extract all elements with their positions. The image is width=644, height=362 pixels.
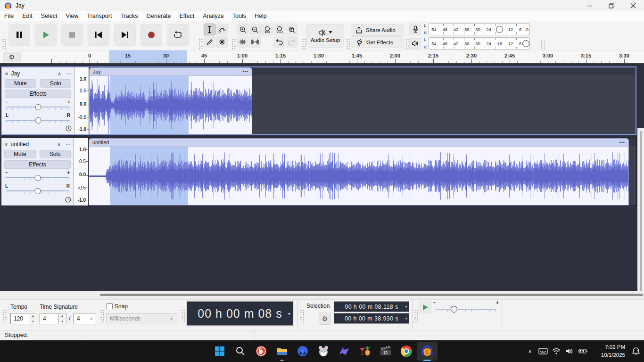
minimize-button[interactable] [579, 0, 601, 11]
battery-icon[interactable] [576, 348, 589, 354]
start-button[interactable] [209, 342, 230, 361]
audio-clip-untitled[interactable]: untitled ••• [89, 138, 629, 206]
tray-chevron-icon[interactable]: ∧ [523, 348, 537, 354]
play-speed-slider[interactable]: − + [433, 300, 499, 314]
taskbar-audacity-button[interactable] [417, 342, 438, 361]
pan-knob[interactable] [34, 188, 41, 194]
wifi-icon[interactable] [550, 348, 563, 354]
timesig-spinner[interactable]: ▲▼ [58, 313, 66, 324]
menu-edit[interactable]: Edit [18, 13, 37, 19]
restore-button[interactable] [601, 0, 622, 11]
volume-icon[interactable] [563, 348, 576, 354]
timesig-upper-value[interactable]: 4 [40, 313, 58, 324]
menu-view[interactable]: View [61, 13, 83, 19]
skip-start-button[interactable] [88, 24, 109, 46]
mute-button[interactable]: Mute [4, 150, 36, 158]
audio-setup-button[interactable]: Audio Setup [306, 24, 344, 48]
stop-button[interactable] [61, 24, 83, 46]
time-display[interactable]: 00 h 00 m 08 s ▾ [187, 301, 293, 326]
pause-button[interactable] [8, 24, 30, 46]
play-speed-knob[interactable] [451, 306, 457, 313]
snapping-grip[interactable] [100, 309, 104, 322]
vertical-scale-ruler[interactable]: 1.0 0.5 0.0 -0.5 -1.0 [74, 67, 89, 134]
close-button[interactable] [622, 0, 644, 11]
pan-slider[interactable]: L R [4, 183, 71, 195]
multi-tool-button[interactable] [216, 36, 228, 48]
track-close-icon[interactable]: × [5, 70, 8, 77]
taskbar-drinks-app-button[interactable] [355, 342, 375, 361]
undo-button[interactable] [273, 36, 285, 48]
track-menu-icon[interactable]: ⋯ [66, 141, 71, 148]
caret-down-icon[interactable]: ▾ [288, 311, 291, 316]
gain-knob[interactable] [35, 104, 41, 110]
taskbar-video-app-button[interactable] [375, 342, 396, 361]
draw-tool-button[interactable] [204, 36, 215, 48]
get-effects-button[interactable]: Get Effects [351, 36, 404, 48]
menu-transport[interactable]: Transport [83, 13, 116, 19]
tempo-spinner[interactable]: ▲▼ [29, 313, 37, 324]
selection-grip[interactable] [300, 309, 304, 322]
timesig-lower-dropdown[interactable]: 4∨ [74, 313, 96, 324]
menu-effect[interactable]: Effect [175, 13, 199, 19]
selection-tool-button[interactable] [204, 24, 215, 35]
silence-audio-button[interactable] [249, 36, 261, 48]
skip-end-button[interactable] [114, 24, 136, 46]
horizontal-scrollbar-thumb[interactable] [100, 294, 643, 296]
menu-tools[interactable]: Tools [228, 13, 250, 19]
track-canvas-area-untitled[interactable]: untitled ••• [89, 138, 636, 206]
menu-generate[interactable]: Generate [142, 13, 175, 19]
caret-down-icon[interactable]: ▾ [405, 304, 407, 309]
record-button[interactable] [140, 24, 162, 46]
track-canvas-area-jay[interactable]: Jay ••• [89, 67, 636, 134]
menu-select[interactable]: Select [37, 13, 62, 19]
caret-down-icon[interactable]: ▾ [405, 316, 407, 321]
taskbar-chrome-button[interactable] [396, 342, 417, 361]
taskbar-bird-app-button[interactable] [334, 342, 355, 361]
zoom-toggle-button[interactable] [286, 24, 297, 35]
recording-meter[interactable]: LR -54-48-42-36-30-24-18-12-60 [409, 23, 530, 36]
zoom-out-button[interactable] [249, 24, 261, 35]
notification-bell-icon[interactable] [628, 347, 644, 355]
snap-unit-dropdown[interactable]: Milliseconds∨ [107, 313, 176, 324]
taskbar-search-button[interactable] [230, 342, 251, 361]
sync-clock-icon[interactable] [65, 197, 71, 204]
taskbar-explorer-button[interactable] [272, 342, 292, 361]
time-grip[interactable] [181, 309, 185, 322]
track-control-panel-jay[interactable]: × Jay ∧ ⋯ Mute Solo Effects − + [2, 67, 74, 134]
track-close-icon[interactable]: × [4, 141, 8, 148]
track-row-jay[interactable]: × Jay ∧ ⋯ Mute Solo Effects − + [1, 66, 636, 135]
gain-slider[interactable]: − + [4, 170, 71, 182]
track-row-untitled[interactable]: × untitled ∧ ⋯ Mute Solo Effects − + [1, 138, 636, 206]
clip-menu-icon[interactable]: ••• [619, 140, 625, 145]
tray-clock[interactable]: 7:02 PM 10/1/2025 [592, 343, 625, 359]
tempo-value[interactable]: 120 [10, 313, 29, 324]
taskbar-nordvpn-button[interactable] [292, 342, 313, 361]
pan-slider[interactable]: L R [5, 113, 71, 124]
envelope-tool-button[interactable] [216, 24, 228, 35]
recording-meter-scale[interactable]: -54-48-42-36-30-24-18-12-60 [429, 23, 530, 35]
sync-clock-icon[interactable] [66, 125, 72, 133]
clip-header[interactable]: untitled ••• [89, 139, 628, 147]
timeline-ruler[interactable]: ⚙ 0 15 30 45 1:00 1:15 1:30 1:45 2:00 2:… [0, 50, 644, 63]
menu-help[interactable]: Help [250, 13, 271, 19]
menu-analyze[interactable]: Analyze [198, 13, 228, 19]
gain-knob[interactable] [34, 175, 41, 181]
gain-slider[interactable]: − + [5, 99, 71, 111]
selection-settings-button[interactable]: ⚙ [319, 313, 331, 325]
loop-button[interactable] [167, 24, 189, 46]
playback-meter[interactable]: LR -54-48-42-36-30-24-18-12-60 [409, 37, 530, 50]
menu-tracks[interactable]: Tracks [116, 13, 142, 19]
track-collapse-icon[interactable]: ∧ [58, 71, 61, 77]
time-signature-grip[interactable] [2, 309, 7, 322]
play-button[interactable] [35, 24, 57, 46]
menu-file[interactable]: File [0, 13, 18, 19]
solo-button[interactable]: Solo [40, 79, 72, 88]
selection-end-field[interactable]: 00 h 00 m 38.930 s ▾ [334, 313, 409, 324]
timesig-upper-spinbox[interactable]: 4 ▲▼ [40, 313, 66, 324]
track-menu-icon[interactable]: ⋯ [66, 71, 71, 77]
track-name[interactable]: untitled [11, 141, 29, 148]
pan-knob[interactable] [35, 117, 41, 123]
tempo-spinbox[interactable]: 120 ▲▼ [10, 313, 37, 324]
mute-button[interactable]: Mute [5, 79, 36, 88]
play-speed-grip[interactable] [414, 309, 418, 322]
